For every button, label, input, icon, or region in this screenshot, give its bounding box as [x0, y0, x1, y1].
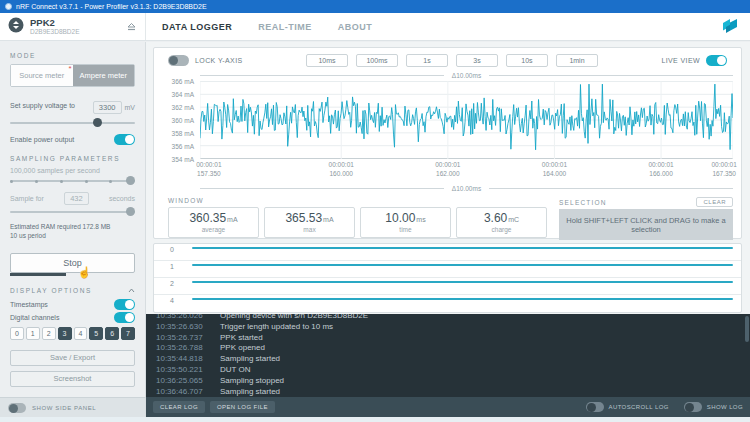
x-axis-labels: 00:00:01157.35000:00:01160.00000:00:0116…: [200, 161, 733, 182]
x-tick-ms: 157.350: [196, 170, 221, 179]
stat-unit: mA: [227, 216, 238, 223]
app-icon: [5, 3, 12, 10]
power-output-label: Enable power output: [10, 136, 74, 143]
autoscroll-log-toggle[interactable]: [586, 402, 604, 412]
screenshot-button[interactable]: Screenshot: [10, 371, 135, 387]
stat-value-number: 10.00: [385, 211, 415, 225]
stat-boxes: 360.35mAaverage365.53mAmax10.00mstime3.6…: [168, 207, 547, 238]
lock-y-axis-toggle[interactable]: [168, 55, 189, 66]
stop-button[interactable]: Stop: [10, 253, 135, 273]
sample-rate-slider-knob[interactable]: [126, 176, 135, 185]
show-side-panel-toggle[interactable]: [8, 403, 26, 413]
device-selector[interactable]: PPK2 D2B9E3D8BD2E: [0, 13, 146, 40]
tab-data-logger[interactable]: DATA LOGGER: [162, 22, 232, 32]
live-view-label: LIVE VIEW: [661, 57, 700, 64]
channel-toggle-4[interactable]: 4: [74, 327, 88, 340]
range-button-10ms[interactable]: 10ms: [306, 54, 348, 67]
eject-icon[interactable]: [126, 18, 137, 36]
sample-duration-input[interactable]: 432: [64, 192, 89, 205]
open-log-file-button[interactable]: OPEN LOG FILE: [210, 401, 275, 413]
range-button-3s[interactable]: 3s: [456, 54, 498, 67]
supply-voltage-input[interactable]: 3300: [93, 101, 122, 114]
digital-signal-line: [192, 264, 733, 266]
sample-duration-slider-knob[interactable]: [126, 207, 135, 216]
show-log-toggle[interactable]: [684, 402, 702, 412]
x-tick-time: 00:00:01: [329, 161, 354, 170]
range-button-1s[interactable]: 1s: [406, 54, 448, 67]
mode-source-meter-button[interactable]: Source meter *: [11, 65, 73, 86]
x-tick-time: 00:00:01: [648, 161, 673, 170]
autoscroll-log-label: AUTOSCROLL LOG: [609, 404, 669, 410]
selection-hint-box: Hold SHIFT+LEFT CLICK and DRAG to make a…: [559, 209, 733, 240]
header: PPK2 D2B9E3D8BD2E DATA LOGGERREAL-TIMEAB…: [0, 13, 750, 41]
channel-toggle-5[interactable]: 5: [89, 327, 103, 340]
power-profiler-app: nRF Connect v3.7.1 - Power Profiler v3.1…: [0, 0, 750, 422]
channel-toggle-0[interactable]: 0: [10, 327, 24, 340]
lock-y-axis-label: LOCK Y-AXIS: [195, 57, 243, 64]
channel-toggle-3[interactable]: 3: [58, 327, 72, 340]
x-tick-time: 00:00:01: [435, 161, 460, 170]
x-tick: 00:00:01166.000: [648, 161, 673, 179]
window-stats-group: WINDOW 360.35mAaverage365.53mAmax10.00ms…: [168, 197, 547, 240]
y-tick: 356 mA: [172, 143, 194, 150]
supply-voltage-slider[interactable]: [10, 118, 135, 128]
live-view-toggle[interactable]: [706, 55, 727, 66]
log-entry-message: PPK opened: [220, 343, 265, 352]
supply-voltage-unit: mV: [125, 104, 136, 111]
channel-toggle-7[interactable]: 7: [121, 327, 135, 340]
log-entry: 10:36:25.065Sampling stopped: [156, 376, 750, 387]
sample-for-suffix: seconds: [109, 195, 135, 202]
x-tick-time: 00:00:01: [711, 161, 736, 170]
display-options-header[interactable]: DISPLAY OPTIONS: [10, 287, 135, 294]
y-tick: 364 mA: [172, 91, 194, 98]
timestamps-label: Timestamps: [10, 301, 48, 308]
log-entry-time: 10:36:46.707: [156, 387, 220, 397]
save-export-button[interactable]: Save / Export: [10, 350, 135, 366]
log-entry-message: DUT ON: [220, 365, 251, 374]
clear-log-button[interactable]: CLEAR LOG: [153, 401, 205, 413]
supply-voltage-slider-knob[interactable]: [93, 118, 102, 127]
power-output-toggle[interactable]: [114, 134, 135, 145]
stat-caption: time: [399, 226, 411, 233]
digital-channel-row-2: 2: [154, 278, 741, 295]
selection-label: SELECTION: [559, 199, 607, 206]
log-scrollbar[interactable]: [745, 316, 749, 342]
sample-duration-slider[interactable]: [10, 207, 135, 217]
stat-value-number: 3.60: [484, 211, 507, 225]
stat-box-time: 10.00mstime: [360, 207, 451, 238]
tab-about[interactable]: ABOUT: [338, 22, 373, 32]
log-toolbar: CLEAR LOG OPEN LOG FILE AUTOSCROLL LOG S…: [146, 397, 750, 417]
log-entry: 10:35:26.737PPK started: [156, 333, 750, 344]
log-entry-time: 10:35:26.026: [156, 314, 220, 322]
channel-toggle-6[interactable]: 6: [105, 327, 119, 340]
channel-toggle-1[interactable]: 1: [26, 327, 40, 340]
digital-channels-toggle[interactable]: [114, 312, 135, 323]
selection-group: SELECTION CLEAR Hold SHIFT+LEFT CLICK an…: [559, 197, 733, 240]
mode-source-meter-label: Source meter: [19, 71, 64, 80]
show-log-label: SHOW LOG: [707, 404, 743, 410]
stat-value: 10.00ms: [385, 212, 425, 224]
range-button-100ms[interactable]: 100ms: [356, 54, 398, 67]
title-bar: nRF Connect v3.7.1 - Power Profiler v3.1…: [0, 0, 750, 13]
digital-channel-label: 0: [170, 246, 174, 253]
nordic-logo-icon: [720, 13, 750, 40]
current-chart[interactable]: [200, 81, 733, 159]
clear-selection-button[interactable]: CLEAR: [696, 197, 733, 207]
stat-value-number: 365.53: [285, 211, 322, 225]
mode-ampere-meter-button[interactable]: Ampere meter: [73, 65, 135, 86]
range-button-10s[interactable]: 10s: [506, 54, 548, 67]
sample-rate-slider[interactable]: [10, 176, 135, 186]
device-selector-icon[interactable]: [8, 17, 24, 37]
stat-value-number: 360.35: [189, 211, 226, 225]
digital-channel-label: 4: [170, 297, 174, 304]
x-tick: 00:00:01162.000: [435, 161, 460, 179]
range-button-1min[interactable]: 1min: [556, 54, 598, 67]
tab-real-time[interactable]: REAL-TIME: [258, 22, 312, 32]
channel-toggle-2[interactable]: 2: [42, 327, 56, 340]
timestamps-toggle[interactable]: [114, 299, 135, 310]
y-tick: 366 mA: [172, 78, 194, 85]
display-options-label: DISPLAY OPTIONS: [10, 287, 92, 294]
stat-caption: average: [202, 226, 226, 233]
log-entry-time: 10:35:26.788: [156, 343, 220, 354]
digital-signal-line: [192, 247, 733, 249]
